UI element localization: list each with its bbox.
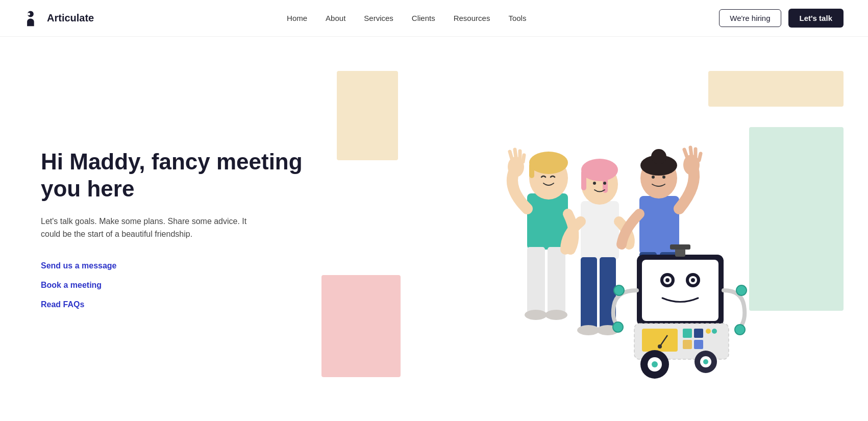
deco-rect-pink [321,275,401,377]
svg-rect-53 [683,329,692,338]
nav-actions: We're hiring Let's talk [719,9,844,28]
svg-line-12 [515,150,516,157]
nav-links: Home About Services Clients Resources To… [287,14,526,22]
nav-services[interactable]: Services [364,14,393,22]
svg-point-60 [736,285,747,295]
svg-rect-70 [670,244,690,250]
brand-name: Articulate [47,12,94,24]
svg-line-38 [690,147,691,155]
svg-point-59 [614,285,624,295]
svg-point-62 [735,325,745,335]
svg-point-6 [545,310,567,320]
svg-line-14 [523,155,524,162]
svg-rect-22 [581,170,586,190]
svg-point-21 [581,159,618,181]
svg-rect-55 [683,340,692,349]
svg-point-35 [662,176,665,179]
svg-point-5 [525,310,547,320]
svg-point-25 [603,182,606,185]
lets-talk-button[interactable]: Let's talk [788,9,844,28]
svg-point-57 [706,329,711,334]
svg-point-1 [28,12,30,15]
svg-rect-15 [581,201,619,260]
svg-rect-23 [603,170,608,193]
hiring-button[interactable]: We're hiring [719,9,781,27]
svg-rect-42 [642,260,718,321]
svg-point-68 [703,359,708,364]
nav-home[interactable]: Home [287,14,307,22]
svg-point-52 [658,344,662,349]
hero-section: Hi Maddy, fancy meeting you here Let's t… [0,37,868,421]
svg-point-48 [691,278,695,282]
nav-clients[interactable]: Clients [412,14,435,22]
hero-links: Send us a message Book a meeting Read FA… [41,261,306,309]
svg-point-34 [652,176,655,179]
hero-illustration [306,66,844,392]
svg-point-24 [593,182,596,185]
svg-point-33 [651,149,666,164]
svg-point-65 [652,361,658,367]
svg-point-8 [529,152,568,174]
read-faqs-link[interactable]: Read FAQs [41,300,306,309]
hero-illustration-svg [486,91,782,392]
svg-rect-56 [694,340,703,349]
svg-point-18 [577,325,600,335]
svg-rect-9 [529,163,534,178]
hero-title: Hi Maddy, fancy meeting you here [41,148,306,203]
nav-tools[interactable]: Tools [508,14,526,22]
svg-rect-69 [675,249,685,257]
svg-line-11 [510,152,512,159]
logo[interactable]: Articulate [24,10,94,27]
deco-rect-cream-top [337,71,398,160]
logo-icon [24,10,42,27]
svg-point-58 [712,329,717,334]
svg-rect-16 [581,257,597,329]
svg-point-47 [665,278,669,282]
navbar: Articulate Home About Services Clients R… [0,0,868,37]
hero-content: Hi Maddy, fancy meeting you here Let's t… [41,148,306,309]
svg-rect-54 [694,329,703,338]
hero-subtitle: Let's talk goals. Make some plans. Share… [41,215,255,241]
svg-line-37 [684,150,687,157]
send-message-link[interactable]: Send us a message [41,261,306,270]
svg-line-40 [699,154,701,160]
book-meeting-link[interactable]: Book a meeting [41,281,306,290]
nav-about[interactable]: About [326,14,345,22]
svg-rect-3 [527,247,545,313]
nav-resources[interactable]: Resources [454,14,490,22]
svg-point-61 [613,322,623,332]
svg-rect-4 [548,247,565,313]
